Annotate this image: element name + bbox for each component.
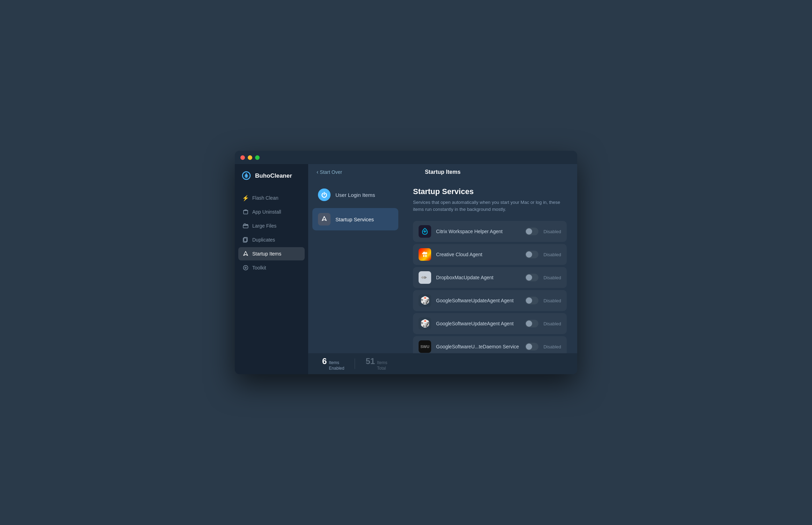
svg-rect-10 <box>423 255 425 257</box>
duplicates-icon <box>242 237 249 243</box>
startup-services-icon <box>318 213 331 225</box>
main-content: ‹ Start Over Startup Items <box>308 164 577 374</box>
nav-items: ⚡ Flash Clean App Uninstall <box>235 191 308 274</box>
right-panel: Startup Services Services that open auto… <box>403 180 577 353</box>
toggle-dropbox[interactable] <box>525 274 538 281</box>
startup-services-label: Startup Services <box>335 216 374 222</box>
toggle-area: Disabled <box>525 320 561 327</box>
toolkit-icon <box>242 265 249 271</box>
toggle-area: Disabled <box>525 251 561 258</box>
close-button[interactable] <box>240 155 245 160</box>
enabled-label-items: Items <box>329 360 344 366</box>
svg-point-7 <box>244 266 248 270</box>
toolkit-label: Toolkit <box>252 265 266 271</box>
large-files-label: Large Files <box>252 223 276 229</box>
svg-point-8 <box>245 267 246 268</box>
back-button[interactable]: ‹ Start Over <box>317 169 342 175</box>
content-area: User Login Items Startup Services Startu… <box>308 180 577 353</box>
flash-clean-label: Flash Clean <box>252 195 278 201</box>
sidebar-item-duplicates[interactable]: Duplicates <box>238 233 305 246</box>
service-name: DropboxMacUpdate Agent <box>436 275 520 280</box>
google-icon: 🎲 <box>419 294 431 307</box>
maximize-button[interactable] <box>255 155 260 160</box>
app-uninstall-label: App Uninstall <box>252 209 281 215</box>
service-list: Citrix Workspace Helper Agent Disabled <box>413 221 567 353</box>
app-uninstall-icon <box>242 209 249 215</box>
title-bar <box>235 151 577 164</box>
panel-item-user-login[interactable]: User Login Items <box>312 184 398 206</box>
toggle-creative-cloud[interactable] <box>525 251 538 258</box>
footer-bar: 6 Items Enabled 51 Items Total <box>308 353 577 374</box>
left-panel: User Login Items Startup Services <box>308 180 403 353</box>
table-row: 🎲 GoogleSoftwareUpdateAgent Agent Disabl… <box>413 290 567 311</box>
startup-items-label: Startup Items <box>252 251 281 257</box>
sidebar-item-app-uninstall[interactable]: App Uninstall <box>238 205 305 219</box>
service-name: GoogleSoftwareU...teDaemon Service <box>436 344 520 349</box>
service-name: GoogleSoftwareUpdateAgent Agent <box>436 298 520 303</box>
table-row: 🎲 GoogleSoftwareUpdateAgent Agent Disabl… <box>413 313 567 334</box>
toggle-area: Disabled <box>525 297 561 304</box>
page-title: Startup Items <box>425 169 461 175</box>
table-row: SWU GoogleSoftwareU...teDaemon Service D… <box>413 336 567 353</box>
app-name: BuhoCleaner <box>255 172 292 179</box>
footer-total-stat: 51 Items Total <box>355 356 398 371</box>
google2-icon: 🎲 <box>419 317 431 330</box>
sidebar-item-startup-items[interactable]: Startup Items <box>238 247 305 260</box>
user-login-icon <box>318 188 331 201</box>
duplicates-label: Duplicates <box>252 237 275 243</box>
dropbox-icon <box>419 271 431 284</box>
total-count: 51 <box>365 356 375 366</box>
toggle-google2[interactable] <box>525 320 538 327</box>
toggle-label: Disabled <box>542 298 561 303</box>
total-label-total: Total <box>377 366 387 371</box>
flash-clean-icon: ⚡ <box>242 195 249 201</box>
enabled-label-enabled: Enabled <box>329 366 344 371</box>
service-name: GoogleSoftwareUpdateAgent Agent <box>436 321 520 326</box>
app-logo-icon <box>242 171 252 181</box>
user-login-label: User Login Items <box>335 192 375 198</box>
section-title: Startup Services <box>413 187 567 196</box>
large-files-icon <box>242 223 249 229</box>
total-label-items: Items <box>377 360 387 366</box>
top-bar: ‹ Start Over Startup Items <box>308 164 577 180</box>
sidebar: BuhoCleaner ⚡ Flash Clean App Unins <box>235 164 308 374</box>
enabled-count: 6 <box>322 356 327 366</box>
app-window: BuhoCleaner ⚡ Flash Clean App Unins <box>235 151 577 374</box>
toggle-area: Disabled <box>525 343 561 350</box>
sidebar-item-toolkit[interactable]: Toolkit <box>238 261 305 274</box>
creative-cloud-icon <box>419 248 431 261</box>
citrix-icon <box>419 225 431 238</box>
table-row: DropboxMacUpdate Agent Disabled <box>413 267 567 288</box>
service-name: Citrix Workspace Helper Agent <box>436 229 520 234</box>
toggle-label: Disabled <box>542 252 561 257</box>
table-row: Creative Cloud Agent Disabled <box>413 244 567 265</box>
toggle-citrix[interactable] <box>525 228 538 235</box>
footer-enabled-stat: 6 Items Enabled <box>322 356 355 371</box>
toggle-label: Disabled <box>542 344 561 349</box>
svg-rect-11 <box>425 255 427 257</box>
app-layout: BuhoCleaner ⚡ Flash Clean App Unins <box>235 164 577 374</box>
toggle-area: Disabled <box>525 274 561 281</box>
google-daemon-icon: SWU <box>419 340 431 353</box>
sidebar-item-large-files[interactable]: Large Files <box>238 219 305 232</box>
svg-point-1 <box>246 175 247 177</box>
minimize-button[interactable] <box>248 155 252 160</box>
toggle-google-daemon[interactable] <box>525 343 538 350</box>
toggle-area: Disabled <box>525 228 561 235</box>
logo-area: BuhoCleaner <box>235 171 308 191</box>
panel-item-startup-services[interactable]: Startup Services <box>312 208 398 230</box>
section-desc: Services that open automatically when yo… <box>413 199 567 213</box>
table-row: Citrix Workspace Helper Agent Disabled <box>413 221 567 242</box>
startup-items-icon <box>242 251 249 257</box>
toggle-label: Disabled <box>542 229 561 234</box>
service-name: Creative Cloud Agent <box>436 252 520 257</box>
back-label: Start Over <box>320 169 342 175</box>
sidebar-item-flash-clean[interactable]: ⚡ Flash Clean <box>238 191 305 205</box>
toggle-label: Disabled <box>542 275 561 280</box>
toggle-label: Disabled <box>542 321 561 326</box>
toggle-google1[interactable] <box>525 297 538 304</box>
svg-rect-2 <box>244 210 248 214</box>
back-chevron-icon: ‹ <box>317 169 318 175</box>
